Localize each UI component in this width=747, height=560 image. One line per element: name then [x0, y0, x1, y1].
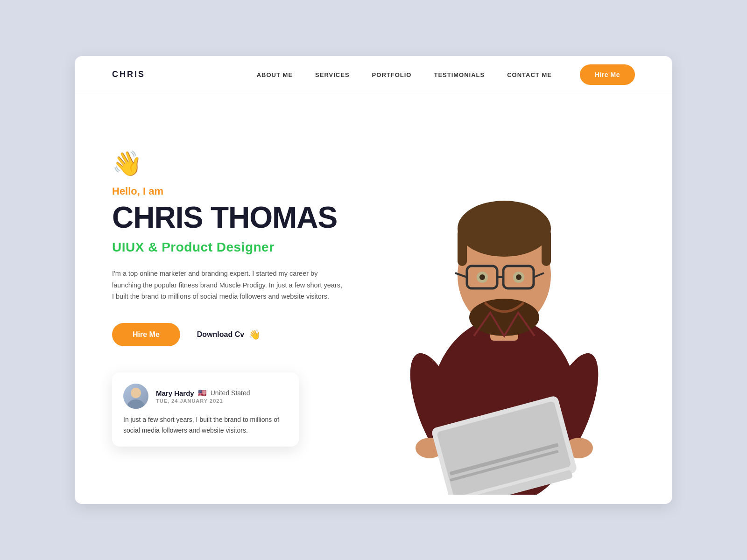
nav-link-contact[interactable]: CONTACT ME — [507, 71, 552, 78]
svg-point-5 — [458, 201, 551, 257]
nav-link-services[interactable]: SERVICES — [315, 71, 350, 78]
testimonial-card: Mary Hardy 🇺🇸 United Stated TUE, 24 JANU… — [112, 372, 299, 447]
nav-item-portfolio[interactable]: PORTFOLIO — [372, 70, 412, 79]
cta-row: Hire Me Download Cv 👋 — [112, 323, 392, 346]
hero-role: UIUX & Product Designer — [112, 240, 392, 255]
testimonial-text: In just a few short years, I built the b… — [123, 414, 286, 435]
hire-me-hero-button[interactable]: Hire Me — [112, 323, 180, 346]
reviewer-info: Mary Hardy 🇺🇸 United Stated TUE, 24 JANU… — [156, 389, 250, 404]
hero-content: 👋 Hello, I am CHRIS THOMAS UIUX & Produc… — [112, 121, 392, 476]
svg-rect-7 — [542, 229, 551, 266]
nav-links: ABOUT ME SERVICES PORTFOLIO TESTIMONIALS… — [257, 70, 552, 79]
nav-link-portfolio[interactable]: PORTFOLIO — [372, 71, 412, 78]
hero-section: 👋 Hello, I am CHRIS THOMAS UIUX & Produc… — [75, 93, 672, 495]
nav-item-testimonials[interactable]: TESTIMONIALS — [434, 70, 485, 79]
nav-link-about[interactable]: ABOUT ME — [257, 71, 293, 78]
person-svg — [383, 121, 626, 495]
person-illustration — [383, 121, 626, 495]
wave-emoji-icon: 👋 — [112, 149, 392, 178]
reviewer-name: Mary Hardy — [156, 389, 194, 397]
svg-rect-6 — [458, 229, 467, 266]
svg-point-1 — [127, 399, 144, 409]
reviewer-date: TUE, 24 JANUARY 2021 — [156, 398, 250, 404]
hero-bio: I'm a top online marketer and branding e… — [112, 268, 345, 302]
hero-name: CHRIS THOMAS — [112, 202, 392, 233]
nav-item-about[interactable]: ABOUT ME — [257, 70, 293, 79]
svg-point-16 — [479, 274, 485, 280]
nav-item-services[interactable]: SERVICES — [315, 70, 350, 79]
flag-icon: 🇺🇸 — [198, 389, 207, 397]
svg-point-17 — [516, 274, 521, 280]
portfolio-card: CHRIS ABOUT ME SERVICES PORTFOLIO TESTIM… — [75, 56, 672, 504]
svg-point-8 — [469, 299, 539, 336]
download-icon: 👋 — [249, 329, 261, 340]
avatar-svg — [123, 384, 148, 409]
download-cv-label: Download Cv — [197, 330, 244, 339]
svg-point-0 — [131, 388, 141, 398]
reviewer-avatar — [123, 384, 148, 409]
hire-me-nav-button[interactable]: Hire Me — [580, 64, 635, 85]
download-cv-link[interactable]: Download Cv 👋 — [197, 329, 261, 340]
reviewer-location: United Stated — [211, 389, 250, 397]
reviewer-meta: Mary Hardy 🇺🇸 United Stated — [156, 389, 250, 397]
testimonial-header: Mary Hardy 🇺🇸 United Stated TUE, 24 JANU… — [123, 384, 286, 409]
hero-image-area — [364, 93, 654, 495]
navbar: CHRIS ABOUT ME SERVICES PORTFOLIO TESTIM… — [75, 56, 672, 93]
site-logo: CHRIS — [112, 70, 145, 79]
nav-link-testimonials[interactable]: TESTIMONIALS — [434, 71, 485, 78]
hello-text: Hello, I am — [112, 185, 392, 197]
nav-item-contact[interactable]: CONTACT ME — [507, 70, 552, 79]
